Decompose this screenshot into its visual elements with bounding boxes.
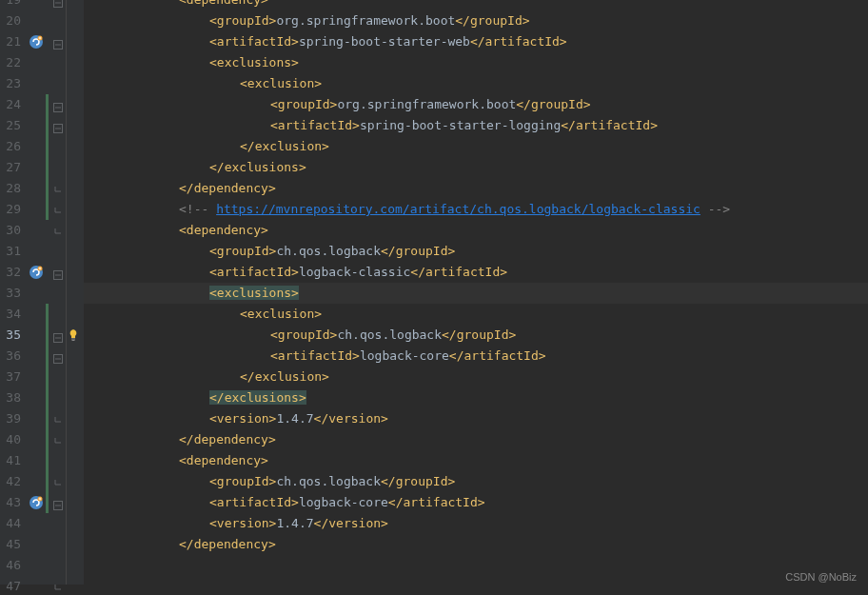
fold-column (49, 0, 67, 585)
watermark: CSDN @NoBiz (785, 566, 857, 587)
line-number[interactable]: 22 (0, 52, 21, 73)
code-token: </artifactId> (410, 265, 507, 279)
code-token: <version> (209, 516, 276, 530)
line-numbers-column: 1920212223242526272829303132333435363738… (0, 0, 29, 585)
code-line[interactable]: <artifactId>spring-boot-starter-web</art… (84, 31, 868, 52)
code-token: <dependency> (179, 0, 268, 7)
code-line[interactable]: <groupId>org.springframework.boot</group… (84, 94, 868, 115)
line-number[interactable]: 35 (0, 325, 21, 346)
fold-collapse-icon[interactable] (52, 350, 64, 362)
code-line[interactable]: <groupId>ch.qos.logback</groupId> (84, 471, 868, 492)
line-number[interactable]: 36 (0, 346, 21, 367)
fold-collapse-icon[interactable] (52, 120, 64, 131)
line-number[interactable]: 46 (0, 555, 21, 576)
fold-end-icon[interactable] (52, 183, 64, 194)
line-number[interactable]: 41 (0, 450, 21, 471)
code-line[interactable]: <dependency> (84, 220, 868, 241)
fold-collapse-icon[interactable] (52, 99, 64, 110)
code-line[interactable]: </exclusions> (84, 157, 868, 178)
line-number[interactable]: 34 (0, 304, 21, 325)
code-token: --> (700, 202, 730, 216)
fold-end-icon[interactable] (52, 476, 64, 487)
code-line[interactable]: <artifactId>logback-core</artifactId> (84, 492, 868, 513)
code-line[interactable]: <groupId>ch.qos.logback</groupId> (84, 241, 868, 262)
fold-end-icon[interactable] (52, 434, 64, 446)
code-token: </artifactId> (388, 495, 485, 509)
code-token: </groupId> (381, 474, 455, 488)
line-number[interactable]: 40 (0, 429, 21, 450)
code-line[interactable]: <artifactId>logback-classic</artifactId> (84, 262, 868, 283)
code-line[interactable]: <dependency> (84, 450, 868, 471)
fold-end-icon[interactable] (52, 204, 64, 215)
code-token: <artifactId> (209, 265, 299, 279)
dependency-icon[interactable] (29, 495, 44, 510)
line-number[interactable]: 39 (0, 408, 21, 429)
line-number[interactable]: 29 (0, 199, 21, 220)
gutter: 1920212223242526272829303132333435363738… (0, 0, 84, 585)
code-token: <artifactId> (270, 348, 360, 363)
code-token: </exclusions> (209, 160, 306, 174)
fold-collapse-icon[interactable] (52, 0, 64, 6)
code-token: </exclusion> (240, 369, 329, 384)
vcs-change-marker[interactable] (46, 304, 49, 513)
code-line[interactable]: <artifactId>logback-core</artifactId> (84, 346, 868, 367)
code-token: <exclusions> (209, 286, 299, 300)
line-number[interactable]: 42 (0, 471, 21, 492)
line-number[interactable]: 30 (0, 220, 21, 241)
code-token: </artifactId> (470, 34, 567, 49)
fold-collapse-icon[interactable] (52, 267, 64, 278)
svg-rect-6 (54, 0, 63, 8)
line-number[interactable]: 21 (0, 31, 21, 52)
line-number[interactable]: 26 (0, 136, 21, 157)
code-line[interactable]: <groupId>ch.qos.logback</groupId> (84, 325, 868, 346)
code-token: </artifactId> (561, 118, 658, 132)
line-number[interactable]: 19 (0, 0, 21, 10)
fold-collapse-icon[interactable] (52, 329, 64, 341)
code-line[interactable]: <groupId>org.springframework.boot</group… (84, 10, 868, 31)
intention-bulb-icon[interactable] (67, 327, 80, 341)
line-number[interactable]: 38 (0, 387, 21, 408)
line-number[interactable]: 24 (0, 94, 21, 115)
line-number[interactable]: 20 (0, 10, 21, 31)
code-line[interactable]: <exclusion> (84, 304, 868, 325)
code-token: </groupId> (442, 327, 516, 342)
code-line[interactable]: <version>1.4.7</version> (84, 408, 868, 429)
code-line[interactable]: <exclusions> (84, 52, 868, 73)
line-number[interactable]: 31 (0, 241, 21, 262)
code-link[interactable]: https://mvnrepository.com/artifact/ch.qo… (216, 202, 700, 216)
code-line[interactable]: </exclusion> (84, 136, 868, 157)
svg-rect-23 (72, 340, 75, 341)
line-number[interactable]: 23 (0, 73, 21, 94)
code-line[interactable]: </dependency> (84, 534, 868, 555)
fold-end-icon[interactable] (52, 225, 64, 236)
line-number[interactable]: 25 (0, 115, 21, 136)
code-line[interactable]: <version>1.4.7</version> (84, 513, 868, 534)
code-line[interactable]: </dependency> (84, 429, 868, 450)
dependency-icon[interactable] (29, 34, 44, 50)
line-number[interactable]: 37 (0, 367, 21, 387)
line-number[interactable]: 45 (0, 534, 21, 555)
fold-end-icon[interactable] (52, 581, 64, 592)
code-line[interactable]: <exclusion> (84, 73, 868, 94)
code-line[interactable]: <exclusions> (84, 283, 868, 304)
line-number[interactable]: 32 (0, 262, 21, 283)
fold-end-icon[interactable] (52, 413, 64, 425)
line-number[interactable]: 33 (0, 283, 21, 304)
vcs-change-marker[interactable] (46, 94, 49, 220)
code-line[interactable]: <artifactId>spring-boot-starter-logging<… (84, 115, 868, 136)
line-number[interactable]: 28 (0, 178, 21, 199)
code-line[interactable]: <!-- https://mvnrepository.com/artifact/… (84, 199, 868, 220)
fold-collapse-icon[interactable] (52, 36, 64, 48)
fold-collapse-icon[interactable] (52, 497, 64, 508)
code-area[interactable]: </dependencies><!--SpringBoot通用依赖模块--><d… (84, 0, 868, 585)
code-line[interactable]: <dependency> (84, 0, 868, 10)
line-number[interactable]: 27 (0, 157, 21, 178)
code-line[interactable]: </exclusion> (84, 367, 868, 387)
code-line[interactable]: </dependency> (84, 178, 868, 199)
dependency-icon[interactable] (29, 265, 44, 280)
line-number[interactable]: 43 (0, 492, 21, 513)
code-token: </version> (314, 411, 388, 426)
line-number[interactable]: 47 (0, 576, 21, 595)
code-line[interactable]: </exclusions> (84, 387, 868, 408)
line-number[interactable]: 44 (0, 513, 21, 534)
